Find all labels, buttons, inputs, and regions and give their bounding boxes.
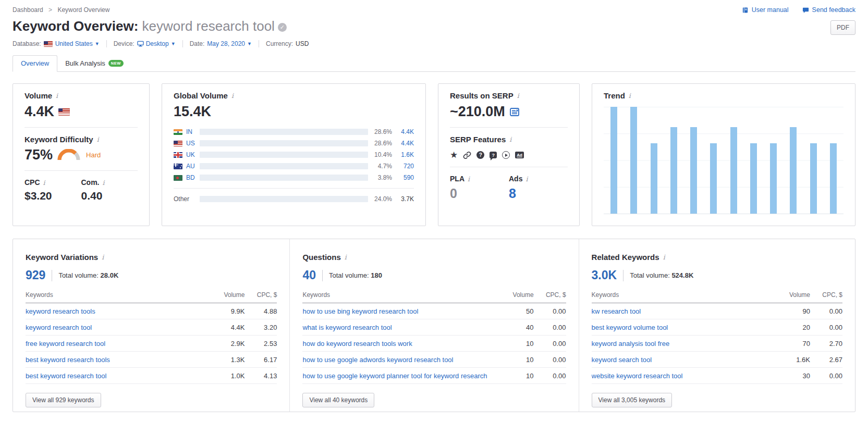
cpc-column-header[interactable]: CPC, $ bbox=[816, 291, 842, 299]
country-volume-link[interactable]: 720 bbox=[392, 163, 414, 170]
tab-overview[interactable]: Overview bbox=[13, 55, 57, 72]
pdf-export-button[interactable]: PDF bbox=[830, 20, 855, 35]
related-keywords-title-row: Related Keywords i bbox=[592, 253, 842, 262]
keyword-link[interactable]: how to use google adwords keyword resear… bbox=[302, 356, 503, 364]
keyword-link[interactable]: keyword analysis tool free bbox=[592, 340, 780, 347]
divider bbox=[450, 167, 568, 167]
table-row: kw research tool 90 0.00 bbox=[592, 303, 842, 319]
keyword-link[interactable]: best keyword volume tool bbox=[592, 324, 780, 331]
cpc-block: CPC i $3.20 bbox=[25, 178, 81, 202]
keyword-link[interactable]: best keyword research tools bbox=[26, 356, 214, 364]
info-icon[interactable]: i bbox=[663, 253, 665, 261]
reviews-star-icon[interactable]: ★ bbox=[450, 151, 458, 159]
keyword-link[interactable]: how do keyword research tools work bbox=[302, 340, 503, 347]
keyword-link[interactable]: keyword research tool bbox=[26, 324, 214, 331]
cpc-cell: 0.00 bbox=[540, 340, 566, 347]
serp-report-icon[interactable] bbox=[509, 107, 520, 117]
keyword-link[interactable]: best keyword research tool bbox=[26, 372, 214, 380]
volume-bar-track bbox=[200, 196, 368, 202]
info-icon[interactable]: i bbox=[43, 179, 45, 187]
country-code-link[interactable]: UK bbox=[186, 151, 200, 158]
volume-column-header[interactable]: Volume bbox=[504, 291, 534, 299]
country-code-link[interactable]: IN bbox=[186, 128, 200, 135]
video-icon[interactable] bbox=[502, 151, 510, 159]
pla-value: 0 bbox=[450, 186, 509, 201]
country-code-link[interactable]: US bbox=[186, 140, 200, 147]
country-volume-link[interactable]: 4.4K bbox=[392, 128, 414, 135]
keyword-link[interactable]: what is keyword research tool bbox=[302, 324, 503, 331]
info-icon[interactable]: i bbox=[468, 175, 470, 183]
country-code-link[interactable]: BD bbox=[186, 174, 200, 181]
sitelinks-icon[interactable] bbox=[463, 151, 471, 159]
check-circle-icon[interactable]: ✓ bbox=[278, 23, 287, 32]
kd-difficulty-label: Hard bbox=[86, 151, 101, 159]
device-dropdown[interactable]: Desktop ▼ bbox=[137, 40, 176, 47]
table-header: Keywords Volume CPC, $ bbox=[592, 291, 842, 303]
serp-card: Results on SERP i ~210.0M SERP Features … bbox=[438, 83, 580, 226]
volume-cell: 1.6K bbox=[780, 356, 810, 364]
keyword-variations-stats: 929 Total volume: 28.0K bbox=[26, 268, 277, 282]
info-icon[interactable]: i bbox=[509, 135, 511, 143]
keyword-difficulty-title: Keyword Difficulty bbox=[25, 135, 93, 144]
cpc-column-header[interactable]: CPC, $ bbox=[540, 291, 566, 299]
view-all-related-button[interactable]: View all 3,005 keywords bbox=[592, 393, 673, 407]
database-dropdown[interactable]: United States ▼ bbox=[55, 40, 100, 47]
cpc-cell: 2.53 bbox=[251, 340, 277, 347]
breadcrumb-dashboard[interactable]: Dashboard bbox=[13, 6, 43, 14]
cpc-title-row: CPC i bbox=[25, 178, 81, 187]
table-row: keyword analysis tool free 70 2.70 bbox=[592, 336, 842, 352]
keyword-link[interactable]: kw research tool bbox=[592, 307, 780, 315]
trend-bar bbox=[750, 143, 757, 214]
user-manual-link[interactable]: User manual bbox=[742, 6, 789, 14]
volume-column-header[interactable]: Volume bbox=[214, 291, 244, 299]
info-icon[interactable]: i bbox=[56, 92, 58, 100]
keyword-link[interactable]: how to use google keyword planner tool f… bbox=[302, 372, 503, 380]
keywords-column-header[interactable]: Keywords bbox=[302, 291, 503, 299]
cpc-column-header[interactable]: CPC, $ bbox=[251, 291, 277, 299]
keywords-column-header[interactable]: Keywords bbox=[26, 291, 214, 299]
table-row: best keyword research tool 1.0K 4.13 bbox=[26, 368, 277, 384]
country-row: BD 3.8% 590 bbox=[174, 172, 414, 183]
keyword-link[interactable]: website keyword research tool bbox=[592, 372, 780, 380]
device-value: Desktop bbox=[146, 40, 169, 47]
country-volume-link[interactable]: 1.6K bbox=[392, 151, 414, 158]
info-icon[interactable]: i bbox=[629, 92, 631, 100]
info-icon[interactable]: i bbox=[517, 92, 519, 100]
table-row: keyword research tool 4.4K 3.20 bbox=[26, 319, 277, 336]
country-code-link[interactable]: AU bbox=[186, 163, 200, 170]
table-row: how to use google keyword planner tool f… bbox=[302, 368, 566, 384]
send-feedback-link[interactable]: Send feedback bbox=[802, 6, 855, 14]
info-icon[interactable]: i bbox=[103, 179, 105, 187]
volume-column-header[interactable]: Volume bbox=[780, 291, 810, 299]
people-also-ask-icon[interactable]: ? bbox=[476, 151, 484, 159]
keyword-link[interactable]: keyword research tools bbox=[26, 307, 214, 315]
divider bbox=[25, 170, 138, 171]
divider bbox=[25, 127, 138, 128]
country-volume-link[interactable]: 590 bbox=[392, 174, 414, 181]
keyword-overview-page: Dashboard > Keyword Overview User manual… bbox=[0, 0, 868, 412]
date-dropdown[interactable]: May 28, 2020 ▼ bbox=[207, 40, 252, 47]
faq-icon[interactable]: ? bbox=[490, 152, 497, 158]
view-all-questions-button[interactable]: View all 40 keywords bbox=[302, 393, 374, 407]
keywords-column-header[interactable]: Keywords bbox=[592, 291, 780, 299]
keyword-link[interactable]: free keyword research tool bbox=[26, 340, 214, 347]
info-icon[interactable]: i bbox=[102, 253, 104, 261]
tab-bulk-analysis[interactable]: Bulk Analysis new bbox=[57, 56, 131, 71]
cpc-cell: 0.00 bbox=[540, 307, 566, 315]
view-all-variations-button[interactable]: View all 929 keywords bbox=[26, 393, 101, 407]
keywords-table: Keywords Volume CPC, $ how to use bing k… bbox=[302, 291, 566, 384]
us-flag-icon bbox=[58, 108, 70, 116]
country-volume-link[interactable]: 4.4K bbox=[392, 140, 414, 147]
info-icon[interactable]: i bbox=[97, 135, 99, 143]
info-icon[interactable]: i bbox=[525, 175, 528, 183]
breadcrumb-current: Keyword Overview bbox=[57, 6, 109, 14]
keyword-link[interactable]: keyword search tool bbox=[592, 356, 780, 364]
info-icon[interactable]: i bbox=[345, 253, 347, 261]
info-icon[interactable]: i bbox=[231, 92, 234, 100]
cpc-com-row: CPC i $3.20 Com. i 0.40 bbox=[25, 178, 138, 202]
keyword-tables-card: Keyword Variations i 929 Total volume: 2… bbox=[13, 239, 855, 412]
top-ads-icon[interactable]: Ad bbox=[515, 152, 524, 158]
volume-bar-track bbox=[200, 152, 368, 158]
serp-value-row: ~210.0M bbox=[450, 104, 568, 120]
keyword-link[interactable]: how to use bing keyword research tool bbox=[302, 307, 503, 315]
